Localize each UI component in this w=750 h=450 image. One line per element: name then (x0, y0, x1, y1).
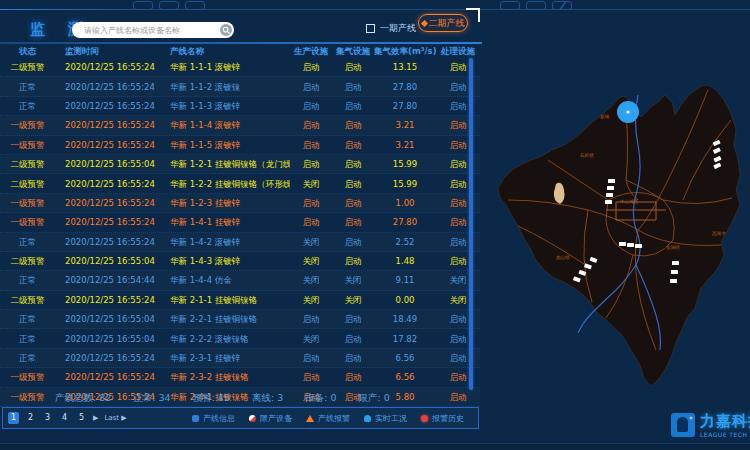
legend-item-limit-device[interactable]: 限产设备 (249, 413, 292, 424)
legend-label: 产线信息 (203, 413, 235, 424)
legend-label: 报警历史 (432, 413, 464, 424)
line-name-cell: 华新 1-2-1 挂镀铜镍铬（龙门线） (170, 157, 290, 171)
line-name-cell: 华新 1-4-4 仿金 (170, 273, 290, 287)
bottom-strip (0, 443, 750, 450)
legend-bar: 产线信息限产设备产线报警实时工况报警历史 (192, 413, 478, 424)
phase1-checkbox[interactable] (366, 24, 375, 33)
summary-bar: 产线总数: 82正常: 34预警: 45离线: 3报备: 0限产: 0 (55, 392, 480, 405)
status-cell: 二级预警 (0, 293, 55, 307)
prod-facility-cell: 关闭 (290, 235, 332, 249)
legend-item-line-alarm[interactable]: 产线报警 (306, 413, 350, 424)
status-cell: 正常 (0, 80, 55, 94)
prod-facility-cell: 启动 (290, 138, 332, 152)
prod-facility-cell: 启动 (290, 370, 332, 384)
prod-facility-cell: 启动 (290, 118, 332, 132)
gas-facility-cell: 启动 (332, 370, 374, 384)
gas-rate-cell: 1.48 (374, 254, 436, 268)
status-cell: 二级预警 (0, 60, 55, 74)
gas-facility-cell: 启动 (332, 235, 374, 249)
gas-rate-cell: 17.82 (374, 332, 436, 346)
table-row[interactable]: 正常2020/12/25 16:55:24华新 2-3-1 挂镀锌启动启动6.5… (0, 349, 480, 368)
gas-facility-cell: 关闭 (332, 273, 374, 287)
table-row[interactable]: 二级预警2020/12/25 16:55:24华新 1-1-1 滚镀锌启动启动1… (0, 58, 480, 77)
legend-item-realtime-status[interactable]: 实时工况 (364, 413, 407, 424)
table-row[interactable]: 一级预警2020/12/25 16:55:24华新 1-1-4 滚镀锌启动启动3… (0, 116, 480, 135)
page-button-3[interactable]: 3 (42, 412, 53, 424)
page-button-4[interactable]: 4 (59, 412, 70, 424)
table-row[interactable]: 一级预警2020/12/25 16:55:24华新 1-1-5 滚镀锌启动启动3… (0, 136, 480, 155)
map-label: 中心城区 (620, 199, 639, 204)
treat-facility-cell: 启动 (436, 196, 480, 210)
line-name-cell: 华新 1-4-3 滚镀锌 (170, 254, 290, 268)
gas-facility-cell: 启动 (332, 177, 374, 191)
prod-facility-cell: 启动 (290, 157, 332, 171)
line-name-cell: 华新 1-2-2 挂镀铜镍铬（环形线） (170, 177, 290, 191)
table-row[interactable]: 正常2020/12/25 16:55:04华新 2-2-1 挂镀铜镍铬启动启动1… (0, 310, 480, 329)
legend-item-alarm-history[interactable]: 报警历史 (421, 413, 464, 424)
table-row[interactable]: 一级预警2020/12/25 16:55:24华新 1-4-1 挂镀锌启动启动2… (0, 213, 480, 232)
table-row[interactable]: 二级预警2020/12/25 16:55:24华新 2-1-1 挂镀铜镍铬关闭关… (0, 291, 480, 310)
treat-facility-cell: 启动 (436, 235, 480, 249)
page-button-2[interactable]: 2 (25, 412, 36, 424)
page-button-5[interactable]: 5 (76, 412, 87, 424)
prod-facility-cell: 启动 (290, 99, 332, 113)
pagination: 12345▶Last ▶ (3, 412, 127, 424)
logo-cn-text: 力嘉科技 (700, 412, 750, 431)
treat-facility-cell: 启动 (436, 370, 480, 384)
table-row[interactable]: 一级预警2020/12/25 16:55:24华新 1-2-3 挂镀锌启动启动1… (0, 194, 480, 213)
table-row[interactable]: 二级预警2020/12/25 16:55:04华新 1-2-1 挂镀铜镍铬（龙门… (0, 155, 480, 174)
table-row[interactable]: 正常2020/12/25 16:55:24华新 1-1-2 滚镀镍启动启动27.… (0, 77, 480, 96)
line-info-icon (192, 415, 199, 422)
limit-device-icon (249, 415, 256, 422)
summary-item: 报备: 0 (305, 392, 336, 405)
gas-rate-cell: 6.56 (374, 351, 436, 365)
alarm-cluster-dot (626, 110, 629, 113)
table-row[interactable]: 正常2020/12/25 16:55:04华新 2-2-2 滚镀镍铬关闭启动17… (0, 329, 480, 348)
column-header: 产线名称 (170, 44, 290, 58)
time-cell: 2020/12/25 16:54:44 (55, 273, 170, 287)
status-cell: 二级预警 (0, 157, 55, 171)
search-icon[interactable] (220, 24, 232, 36)
status-cell: 一级预警 (0, 370, 55, 384)
legend-item-line-info[interactable]: 产线信息 (192, 413, 235, 424)
search-box[interactable] (72, 22, 234, 38)
line-name-cell: 华新 2-1-1 挂镀铜镍铬 (170, 293, 290, 307)
time-cell: 2020/12/25 16:55:24 (55, 80, 170, 94)
treat-facility-cell: 启动 (436, 254, 480, 268)
district-map[interactable]: 新城 石桥镇 中心城区 西湖乡 岗山镇 东湖镇 (488, 50, 750, 398)
gas-facility-cell: 启动 (332, 332, 374, 346)
status-cell: 二级预警 (0, 177, 55, 191)
table-row[interactable]: 正常2020/12/25 16:54:44华新 1-4-4 仿金关闭关闭9.11… (0, 271, 480, 290)
table-scrollbar[interactable] (469, 58, 473, 390)
search-input[interactable] (82, 25, 220, 36)
gas-facility-cell: 启动 (332, 312, 374, 326)
table-row[interactable]: 二级预警2020/12/25 16:55:24华新 1-2-2 挂镀铜镍铬（环形… (0, 174, 480, 193)
gas-rate-cell: 3.21 (374, 118, 436, 132)
realtime-status-icon (364, 415, 371, 422)
time-cell: 2020/12/25 16:55:24 (55, 215, 170, 229)
table-row[interactable]: 正常2020/12/25 16:55:24华新 1-1-3 滚镀锌启动启动27.… (0, 97, 480, 116)
line-name-cell: 华新 2-2-1 挂镀铜镍铬 (170, 312, 290, 326)
time-cell: 2020/12/25 16:55:24 (55, 118, 170, 132)
last-page-button[interactable]: Last ▶ (104, 414, 126, 422)
time-cell: 2020/12/25 16:55:04 (55, 332, 170, 346)
table-row[interactable]: 正常2020/12/25 16:55:24华新 1-4-2 滚镀锌关闭启动2.5… (0, 233, 480, 252)
time-cell: 2020/12/25 16:55:04 (55, 312, 170, 326)
table-row[interactable]: 二级预警2020/12/25 16:55:04华新 1-4-3 滚镀锌关闭启动1… (0, 252, 480, 271)
gas-rate-cell: 15.99 (374, 177, 436, 191)
treat-facility-cell: 关闭 (436, 293, 480, 307)
column-header: 集气效率(m³/s) (374, 44, 436, 58)
time-cell: 2020/12/25 16:55:24 (55, 351, 170, 365)
table-row[interactable]: 一级预警2020/12/25 16:55:24华新 2-3-2 挂镀镍铬启动启动… (0, 368, 480, 387)
page-button-1[interactable]: 1 (8, 412, 19, 424)
summary-item: 离线: 3 (252, 392, 283, 405)
phase2-button[interactable]: 二期产线 (418, 14, 468, 32)
top-border-line (0, 9, 750, 10)
status-cell: 一级预警 (0, 390, 55, 404)
table-header: 状态监测时间产线名称生产设施集气设施集气效率(m³/s)处理设施 (0, 44, 480, 58)
next-page-button[interactable]: ▶ (93, 414, 98, 422)
line-name-cell: 华新 1-2-3 挂镀锌 (170, 196, 290, 210)
gas-facility-cell: 启动 (332, 215, 374, 229)
phase1-label[interactable]: 一期产线 (380, 22, 416, 35)
district-outline (498, 85, 740, 386)
